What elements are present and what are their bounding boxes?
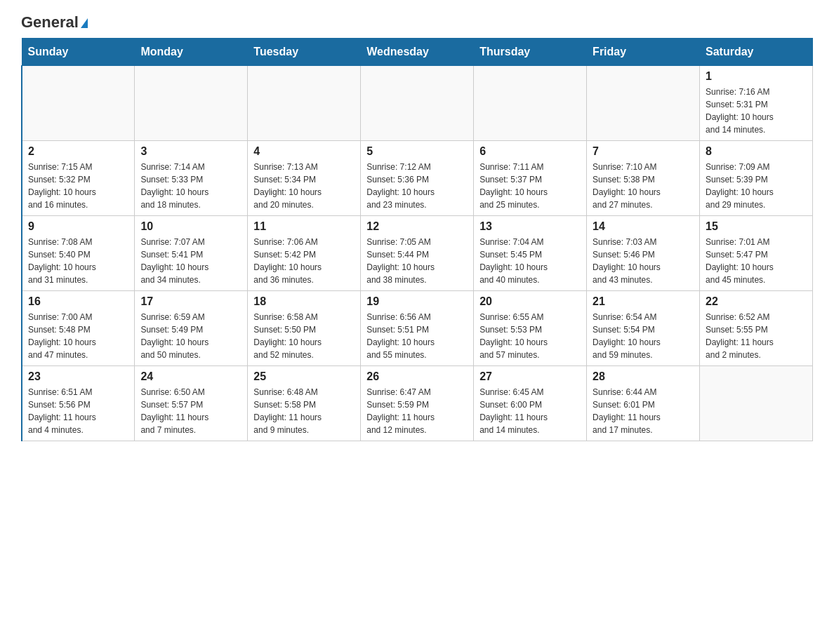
calendar-cell xyxy=(587,66,700,141)
day-info: Sunrise: 6:52 AM Sunset: 5:55 PM Dayligh… xyxy=(706,311,807,361)
day-number: 2 xyxy=(28,145,128,158)
calendar-cell: 2Sunrise: 7:15 AM Sunset: 5:32 PM Daylig… xyxy=(22,141,135,216)
day-number: 12 xyxy=(366,220,468,233)
day-number: 27 xyxy=(479,370,581,383)
calendar-cell: 3Sunrise: 7:14 AM Sunset: 5:33 PM Daylig… xyxy=(135,141,248,216)
day-info: Sunrise: 7:06 AM Sunset: 5:42 PM Dayligh… xyxy=(253,236,355,286)
day-info: Sunrise: 7:07 AM Sunset: 5:41 PM Dayligh… xyxy=(140,236,241,286)
day-number: 6 xyxy=(479,145,581,158)
day-number: 18 xyxy=(253,295,355,308)
day-number: 20 xyxy=(479,295,581,308)
day-number: 9 xyxy=(28,220,128,233)
calendar-cell: 6Sunrise: 7:11 AM Sunset: 5:37 PM Daylig… xyxy=(474,141,587,216)
calendar-week-row: 1Sunrise: 7:16 AM Sunset: 5:31 PM Daylig… xyxy=(22,66,813,141)
calendar-cell: 24Sunrise: 6:50 AM Sunset: 5:57 PM Dayli… xyxy=(135,366,248,441)
calendar-cell: 20Sunrise: 6:55 AM Sunset: 5:53 PM Dayli… xyxy=(474,291,587,366)
day-number: 24 xyxy=(140,370,241,383)
day-info: Sunrise: 7:11 AM Sunset: 5:37 PM Dayligh… xyxy=(479,161,581,211)
calendar-cell xyxy=(135,66,248,141)
calendar-cell: 27Sunrise: 6:45 AM Sunset: 6:00 PM Dayli… xyxy=(474,366,587,441)
weekday-header-sunday: Sunday xyxy=(22,39,135,66)
day-number: 7 xyxy=(593,145,694,158)
day-info: Sunrise: 7:03 AM Sunset: 5:46 PM Dayligh… xyxy=(593,236,694,286)
calendar-cell xyxy=(248,66,361,141)
calendar-cell: 9Sunrise: 7:08 AM Sunset: 5:40 PM Daylig… xyxy=(22,216,135,291)
calendar-cell: 22Sunrise: 6:52 AM Sunset: 5:55 PM Dayli… xyxy=(700,291,813,366)
calendar-cell: 8Sunrise: 7:09 AM Sunset: 5:39 PM Daylig… xyxy=(700,141,813,216)
calendar-cell: 5Sunrise: 7:12 AM Sunset: 5:36 PM Daylig… xyxy=(361,141,474,216)
day-info: Sunrise: 6:51 AM Sunset: 5:56 PM Dayligh… xyxy=(28,386,128,436)
calendar-cell: 17Sunrise: 6:59 AM Sunset: 5:49 PM Dayli… xyxy=(135,291,248,366)
day-info: Sunrise: 7:01 AM Sunset: 5:47 PM Dayligh… xyxy=(706,236,807,286)
calendar-week-row: 16Sunrise: 7:00 AM Sunset: 5:48 PM Dayli… xyxy=(22,291,813,366)
day-number: 13 xyxy=(479,220,581,233)
calendar-week-row: 9Sunrise: 7:08 AM Sunset: 5:40 PM Daylig… xyxy=(22,216,813,291)
logo-triangle-icon xyxy=(81,18,88,28)
calendar-header: SundayMondayTuesdayWednesdayThursdayFrid… xyxy=(22,39,813,66)
calendar-cell: 14Sunrise: 7:03 AM Sunset: 5:46 PM Dayli… xyxy=(587,216,700,291)
calendar-table: SundayMondayTuesdayWednesdayThursdayFrid… xyxy=(21,38,813,441)
calendar-cell: 19Sunrise: 6:56 AM Sunset: 5:51 PM Dayli… xyxy=(361,291,474,366)
calendar-cell: 15Sunrise: 7:01 AM Sunset: 5:47 PM Dayli… xyxy=(700,216,813,291)
day-number: 16 xyxy=(28,295,128,308)
day-number: 25 xyxy=(253,370,355,383)
weekday-header-wednesday: Wednesday xyxy=(361,39,474,66)
day-info: Sunrise: 7:09 AM Sunset: 5:39 PM Dayligh… xyxy=(706,161,807,211)
day-number: 21 xyxy=(593,295,694,308)
calendar-week-row: 2Sunrise: 7:15 AM Sunset: 5:32 PM Daylig… xyxy=(22,141,813,216)
day-info: Sunrise: 6:59 AM Sunset: 5:49 PM Dayligh… xyxy=(140,311,241,361)
day-info: Sunrise: 7:10 AM Sunset: 5:38 PM Dayligh… xyxy=(593,161,694,211)
logo-general-line: General xyxy=(21,14,88,31)
calendar-cell xyxy=(361,66,474,141)
weekday-header-row: SundayMondayTuesdayWednesdayThursdayFrid… xyxy=(22,39,813,66)
day-number: 4 xyxy=(253,145,355,158)
day-info: Sunrise: 7:00 AM Sunset: 5:48 PM Dayligh… xyxy=(28,311,128,361)
weekday-header-monday: Monday xyxy=(135,39,248,66)
day-info: Sunrise: 7:14 AM Sunset: 5:33 PM Dayligh… xyxy=(140,161,241,211)
day-info: Sunrise: 6:45 AM Sunset: 6:00 PM Dayligh… xyxy=(479,386,581,436)
calendar-cell: 16Sunrise: 7:00 AM Sunset: 5:48 PM Dayli… xyxy=(22,291,135,366)
calendar-body: 1Sunrise: 7:16 AM Sunset: 5:31 PM Daylig… xyxy=(22,66,813,441)
day-info: Sunrise: 6:55 AM Sunset: 5:53 PM Dayligh… xyxy=(479,311,581,361)
day-info: Sunrise: 7:08 AM Sunset: 5:40 PM Dayligh… xyxy=(28,236,128,286)
day-info: Sunrise: 6:58 AM Sunset: 5:50 PM Dayligh… xyxy=(253,311,355,361)
calendar-cell: 11Sunrise: 7:06 AM Sunset: 5:42 PM Dayli… xyxy=(248,216,361,291)
day-info: Sunrise: 7:04 AM Sunset: 5:45 PM Dayligh… xyxy=(479,236,581,286)
day-info: Sunrise: 6:50 AM Sunset: 5:57 PM Dayligh… xyxy=(140,386,241,436)
day-info: Sunrise: 7:15 AM Sunset: 5:32 PM Dayligh… xyxy=(28,161,128,211)
weekday-header-saturday: Saturday xyxy=(700,39,813,66)
day-info: Sunrise: 6:56 AM Sunset: 5:51 PM Dayligh… xyxy=(366,311,468,361)
day-number: 22 xyxy=(706,295,807,308)
weekday-header-tuesday: Tuesday xyxy=(248,39,361,66)
calendar-cell xyxy=(700,366,813,441)
calendar-cell: 28Sunrise: 6:44 AM Sunset: 6:01 PM Dayli… xyxy=(587,366,700,441)
day-number: 10 xyxy=(140,220,241,233)
page-header: General xyxy=(21,14,813,31)
day-info: Sunrise: 6:47 AM Sunset: 5:59 PM Dayligh… xyxy=(366,386,468,436)
calendar-cell xyxy=(22,66,135,141)
calendar-cell: 23Sunrise: 6:51 AM Sunset: 5:56 PM Dayli… xyxy=(22,366,135,441)
calendar-cell: 7Sunrise: 7:10 AM Sunset: 5:38 PM Daylig… xyxy=(587,141,700,216)
weekday-header-thursday: Thursday xyxy=(474,39,587,66)
day-number: 15 xyxy=(706,220,807,233)
day-number: 14 xyxy=(593,220,694,233)
calendar-cell: 13Sunrise: 7:04 AM Sunset: 5:45 PM Dayli… xyxy=(474,216,587,291)
calendar-cell: 25Sunrise: 6:48 AM Sunset: 5:58 PM Dayli… xyxy=(248,366,361,441)
day-info: Sunrise: 7:12 AM Sunset: 5:36 PM Dayligh… xyxy=(366,161,468,211)
day-info: Sunrise: 6:44 AM Sunset: 6:01 PM Dayligh… xyxy=(593,386,694,436)
day-info: Sunrise: 6:54 AM Sunset: 5:54 PM Dayligh… xyxy=(593,311,694,361)
calendar-cell xyxy=(474,66,587,141)
day-info: Sunrise: 6:48 AM Sunset: 5:58 PM Dayligh… xyxy=(253,386,355,436)
day-number: 28 xyxy=(593,370,694,383)
logo: General xyxy=(21,14,88,31)
calendar-cell: 26Sunrise: 6:47 AM Sunset: 5:59 PM Dayli… xyxy=(361,366,474,441)
day-number: 17 xyxy=(140,295,241,308)
day-number: 19 xyxy=(366,295,468,308)
day-info: Sunrise: 7:16 AM Sunset: 5:31 PM Dayligh… xyxy=(706,86,807,136)
logo-general-text: General xyxy=(21,13,88,31)
calendar-cell: 12Sunrise: 7:05 AM Sunset: 5:44 PM Dayli… xyxy=(361,216,474,291)
day-number: 11 xyxy=(253,220,355,233)
day-number: 23 xyxy=(28,370,128,383)
day-info: Sunrise: 7:05 AM Sunset: 5:44 PM Dayligh… xyxy=(366,236,468,286)
calendar-cell: 4Sunrise: 7:13 AM Sunset: 5:34 PM Daylig… xyxy=(248,141,361,216)
